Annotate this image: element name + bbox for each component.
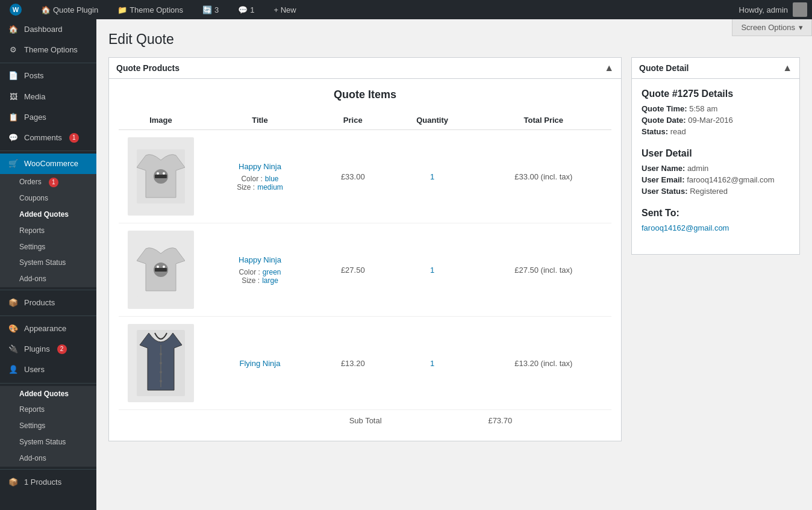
users-icon: 👤	[7, 364, 19, 375]
user-status-value: Registered	[690, 187, 728, 196]
submenu-label: Coupons	[19, 193, 48, 204]
sidebar-item-media[interactable]: 🖼 Media	[0, 87, 96, 107]
media-icon: 🖼	[7, 92, 19, 102]
submenu-item-added-quotes-2[interactable]: Added Quotes	[0, 386, 96, 402]
sidebar-item-theme-options[interactable]: ⚙ Theme Options	[0, 40, 96, 60]
screen-options-button[interactable]: Screen Options ▾	[732, 19, 812, 36]
submenu-label: Added Quotes	[19, 389, 69, 399]
detail-postbox-header: Quote Detail ▲	[632, 58, 799, 79]
submenu-label: Orders	[19, 177, 42, 187]
svg-point-12	[160, 353, 162, 355]
screen-options-wrap: Screen Options ▾	[732, 19, 812, 36]
sidebar-item-label: Plugins	[24, 344, 50, 355]
postbox-title: Quote Products	[116, 63, 180, 73]
submenu-item-reports-1[interactable]: Reports	[0, 223, 96, 239]
theme-options-link[interactable]: 📁 Theme Options	[113, 0, 188, 19]
username-row: User Name: admin	[642, 164, 790, 173]
postbox-content: Quote Items Image Title Price Quantity T…	[109, 79, 621, 441]
color-attr-2: Color : green	[210, 268, 310, 276]
sidebar-item-woocommerce[interactable]: 🛒 WooCommerce	[0, 154, 96, 174]
quote-time-value: 5:58 am	[689, 104, 717, 113]
color-value-2: green	[263, 268, 281, 276]
svg-point-4	[163, 172, 165, 175]
username-label: User Name:	[642, 164, 685, 173]
posts-icon: 📄	[7, 70, 19, 81]
edit-quote-layout: Quote Products ▲ Quote Items Image Title	[108, 57, 800, 451]
submenu-item-added-quotes-1[interactable]: Added Quotes	[0, 207, 96, 223]
col-price: Price	[317, 111, 389, 130]
user-status-label: User Status:	[642, 187, 688, 196]
updates-link[interactable]: 🔄 3	[198, 0, 223, 19]
sidebar-item-pages[interactable]: 📋 Pages	[0, 107, 96, 128]
submenu-item-add-ons-1[interactable]: Add-ons	[0, 271, 96, 287]
table-row: Happy Ninja Color : green	[119, 223, 611, 317]
sidebar-item-dashboard[interactable]: 🏠 Dashboard	[0, 19, 96, 40]
submenu-item-system-status-2[interactable]: System Status	[0, 434, 96, 450]
product-title-link-1[interactable]: Happy Ninja	[239, 162, 281, 171]
product-image	[128, 137, 194, 216]
product-image-cell	[119, 317, 203, 410]
sidebar-item-products-2[interactable]: 📦 1 Products	[0, 472, 96, 493]
product-title-cell: Happy Ninja Color : blue	[203, 130, 317, 223]
submenu-item-system-status-1[interactable]: System Status	[0, 255, 96, 271]
quote-status-row: Status: read	[642, 127, 790, 136]
submenu-label: Reports	[19, 226, 45, 236]
sidebar-item-appearance[interactable]: 🎨 Appearance	[0, 319, 96, 339]
appearance-icon: 🎨	[7, 323, 19, 334]
sidebar-item-comments[interactable]: 💬 Comments 1	[0, 128, 96, 148]
quote-status-value: read	[670, 127, 686, 136]
submenu-item-settings-1[interactable]: Settings	[0, 239, 96, 255]
submenu-item-orders[interactable]: Orders 1	[0, 174, 96, 190]
sent-to-email[interactable]: farooq14162@gmail.com	[642, 223, 729, 232]
quote-date-value: 09-Mar-2016	[688, 116, 732, 125]
product-image	[128, 231, 194, 309]
pages-icon: 📋	[7, 112, 19, 123]
product-title-link-2[interactable]: Happy Ninja	[239, 255, 281, 264]
product-price-1: £33.00	[317, 130, 389, 223]
sidebar-item-users[interactable]: 👤 Users	[0, 359, 96, 380]
howdy-text: Howdy, admin	[739, 5, 788, 14]
submenu-label: Settings	[19, 421, 45, 431]
size-attr: Size : medium	[210, 183, 310, 191]
chevron-down-icon: ▾	[799, 23, 803, 32]
detail-postbox-content: Quote #1275 Details Quote Time: 5:58 am …	[632, 79, 799, 254]
svg-rect-2	[155, 175, 167, 178]
size-value-2: large	[262, 276, 278, 285]
subtotal-value: £73.70	[389, 410, 611, 432]
new-content-link[interactable]: + New	[269, 0, 301, 19]
color-attr: Color : blue	[210, 175, 310, 183]
product-image-cell	[119, 130, 203, 223]
quote-detail-box: Quote Detail ▲ Quote #1275 Details Quote…	[631, 57, 800, 255]
product-title-link-3[interactable]: Flying Ninja	[240, 359, 281, 368]
sidebar-item-label: Dashboard	[24, 24, 63, 35]
tshirt-svg-2	[137, 243, 185, 297]
detail-toggle-button[interactable]: ▲	[782, 63, 792, 73]
wp-logo[interactable]: W	[5, 0, 27, 19]
user-avatar	[793, 2, 807, 17]
sidebar-item-posts[interactable]: 📄 Posts	[0, 66, 96, 86]
quote-items-heading: Quote Items	[119, 89, 611, 101]
svg-point-9	[163, 266, 165, 268]
comments-link[interactable]: 💬 1	[233, 0, 259, 19]
admin-menu: 🏠 Dashboard ⚙ Theme Options 📄 Posts 🖼 Me…	[0, 19, 96, 510]
product-image	[128, 324, 194, 402]
sidebar-item-plugins[interactable]: 🔌 Plugins 2	[0, 339, 96, 359]
sidebar-item-products-1[interactable]: 📦 Products	[0, 293, 96, 313]
product-price-3: £13.20	[317, 317, 389, 410]
sidebar-item-label: Media	[24, 92, 45, 102]
submenu-item-reports-2[interactable]: Reports	[0, 402, 96, 418]
plugins-icon: 🔌	[7, 344, 19, 355]
submenu-item-settings-2[interactable]: Settings	[0, 418, 96, 434]
subtotal-label: Sub Total	[119, 410, 389, 432]
site-name-link[interactable]: 🏠 Quote Plugin	[36, 0, 103, 19]
submenu-item-add-ons-2[interactable]: Add-ons	[0, 450, 96, 467]
svg-point-3	[157, 172, 159, 175]
submenu-item-coupons[interactable]: Coupons	[0, 190, 96, 207]
col-image: Image	[119, 111, 203, 130]
comments-badge: 1	[69, 133, 79, 143]
content-wrap: Edit Quote Quote Products ▲ Quote Items	[96, 19, 812, 463]
toggle-button[interactable]: ▲	[604, 63, 614, 73]
sidebar-item-label: Posts	[24, 70, 44, 81]
product-total-1: £33.00 (incl. tax)	[476, 130, 611, 223]
woocommerce-submenu-2: Added Quotes Reports Settings System Sta…	[0, 386, 96, 467]
